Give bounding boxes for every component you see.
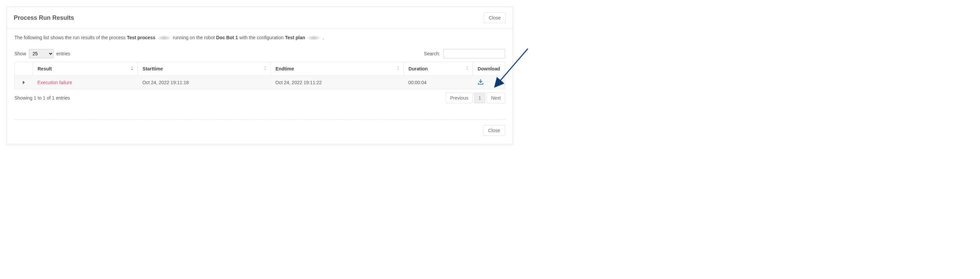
col-expand bbox=[15, 62, 33, 76]
starttime-value: Oct 24, 2022 19:11:18 bbox=[138, 76, 271, 89]
intro-pre: The following list shows the run results… bbox=[14, 35, 127, 40]
col-endtime[interactable]: Endtime bbox=[271, 62, 404, 76]
search-label: Search: bbox=[424, 51, 440, 56]
expand-row-icon[interactable] bbox=[23, 81, 25, 84]
col-download: Download bbox=[473, 62, 505, 76]
intro-text: The following list shows the run results… bbox=[14, 35, 505, 40]
endtime-value: Oct 24, 2022 19:11:22 bbox=[271, 76, 404, 89]
panel-title: Process Run Results bbox=[14, 14, 74, 21]
col-start-label: Starttime bbox=[142, 66, 163, 72]
intro-plan: Test plan bbox=[285, 35, 306, 40]
intro-robot: Doc Bot 1 bbox=[216, 35, 239, 40]
col-duration-label: Duration bbox=[409, 66, 428, 72]
col-duration[interactable]: Duration bbox=[404, 62, 473, 76]
col-result-label: Result bbox=[38, 66, 52, 72]
sort-icon bbox=[465, 66, 469, 72]
search-box: Search: bbox=[424, 49, 505, 58]
result-value[interactable]: Execution failure bbox=[38, 80, 72, 85]
pager-info: Showing 1 to 1 of 1 entries bbox=[14, 95, 70, 100]
sort-icon bbox=[263, 66, 267, 72]
search-input[interactable] bbox=[444, 49, 505, 58]
duration-value: 00:00:04 bbox=[404, 76, 473, 89]
col-download-label: Download bbox=[477, 66, 500, 72]
intro-post: . bbox=[323, 35, 324, 40]
process-run-results-panel: Process Run Results Close The following … bbox=[7, 7, 513, 144]
download-icon[interactable] bbox=[477, 79, 484, 86]
divider bbox=[14, 120, 505, 120]
table-row: Execution failure Oct 24, 2022 19:11:18 … bbox=[15, 76, 505, 89]
page-size-control: Show 25 entries bbox=[14, 49, 70, 58]
close-button-bottom[interactable]: Close bbox=[483, 125, 505, 136]
entries-label: entries bbox=[56, 51, 70, 56]
sort-icon bbox=[130, 66, 134, 72]
col-result[interactable]: Result bbox=[33, 62, 138, 76]
redacted-icon bbox=[158, 35, 171, 40]
pager-next[interactable]: Next bbox=[487, 92, 505, 103]
page-size-select[interactable]: 25 bbox=[29, 49, 54, 58]
pager-page-1[interactable]: 1 bbox=[474, 92, 485, 103]
pager: Previous 1 Next bbox=[444, 92, 505, 103]
show-label: Show bbox=[14, 51, 26, 56]
panel-header: Process Run Results Close bbox=[7, 7, 512, 29]
pager-previous[interactable]: Previous bbox=[446, 92, 473, 103]
col-starttime[interactable]: Starttime bbox=[138, 62, 271, 76]
intro-process: Test process bbox=[127, 35, 156, 40]
intro-mid1: running on the robot bbox=[173, 35, 216, 40]
sort-icon bbox=[396, 66, 400, 72]
results-table: Result Starttime Endtime bbox=[14, 62, 505, 89]
intro-mid2: with the configuration bbox=[239, 35, 285, 40]
close-button-top[interactable]: Close bbox=[484, 13, 506, 23]
redacted-icon bbox=[307, 35, 320, 40]
col-end-label: Endtime bbox=[275, 66, 294, 72]
